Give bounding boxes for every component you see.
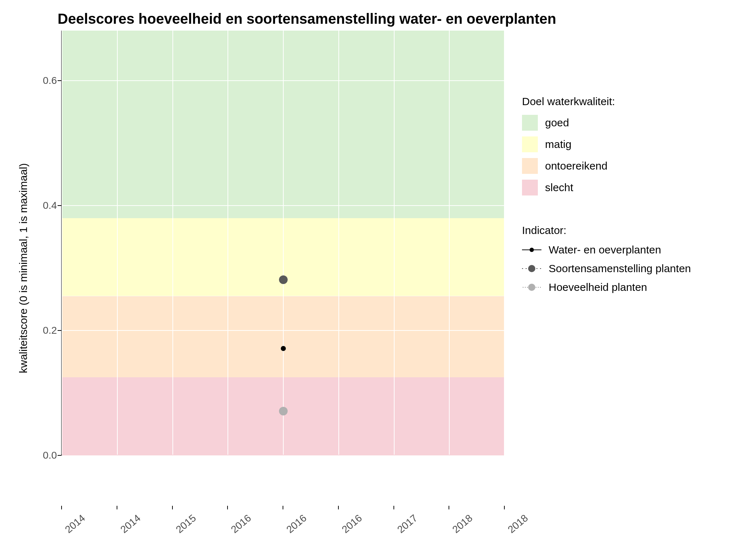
x-tick-label: 2018 xyxy=(506,512,530,536)
legend-label: ontoereikend xyxy=(545,160,607,172)
chart-container: Deelscores hoeveelheid en soortensamenst… xyxy=(0,0,756,540)
legend-item-slecht: slecht xyxy=(522,180,734,195)
data-point xyxy=(279,275,288,284)
legend-label: goed xyxy=(545,117,569,129)
data-point xyxy=(281,346,286,351)
legend-series-label: Hoeveelheid planten xyxy=(549,281,647,293)
x-tick-mark xyxy=(283,506,283,509)
series-key-icon xyxy=(522,263,541,274)
gridline-v xyxy=(504,31,505,455)
legend-label: slecht xyxy=(545,181,573,194)
y-tick-mark xyxy=(58,80,61,81)
legend: Doel waterkwaliteit: goed matig ontoerei… xyxy=(504,31,734,506)
x-tick-mark xyxy=(117,506,117,509)
gridline-v xyxy=(338,31,339,455)
gridline-v xyxy=(228,31,228,455)
x-tick-label: 2016 xyxy=(284,512,309,536)
y-tick-mark xyxy=(58,330,61,331)
x-tick-mark xyxy=(61,506,62,509)
data-point xyxy=(279,407,288,415)
legend-indicator-title: Indicator: xyxy=(522,224,734,237)
x-tick-label: 2018 xyxy=(450,512,475,536)
legend-item-matig: matig xyxy=(522,136,734,152)
x-tick-label: 2016 xyxy=(229,512,253,536)
gridline-v xyxy=(449,31,450,455)
x-tick-label: 2014 xyxy=(118,512,143,536)
x-tick-label: 2014 xyxy=(63,512,87,536)
plot-area xyxy=(61,31,504,455)
y-tick-mark xyxy=(58,205,61,206)
legend-series-hoeveelheid: Hoeveelheid planten xyxy=(522,281,734,293)
legend-label: matig xyxy=(545,138,571,150)
x-tick-mark xyxy=(449,506,449,509)
gridline-v xyxy=(394,31,395,455)
y-tick-mark xyxy=(58,455,61,456)
legend-swatch-matig xyxy=(522,136,538,152)
x-tick-label: 2016 xyxy=(339,512,364,536)
y-tick-label: 0.6 xyxy=(43,75,57,86)
series-key-icon xyxy=(522,282,541,293)
legend-series-label: Water- en oeverplanten xyxy=(549,244,661,256)
x-tick-mark xyxy=(227,506,228,509)
x-tick-mark xyxy=(338,506,339,509)
x-tick-mark xyxy=(504,506,505,509)
y-tick-label: 0.0 xyxy=(43,450,57,461)
y-axis-title-wrap: kwaliteitscore (0 is minimaal, 1 is maxi… xyxy=(14,31,32,506)
x-tick-label: 2015 xyxy=(174,512,198,536)
gridline-v xyxy=(172,31,173,455)
y-axis-title: kwaliteitscore (0 is minimaal, 1 is maxi… xyxy=(17,163,30,373)
gridline-v xyxy=(283,31,284,455)
x-axis-ticks: 201420142015201620162016201720182018 xyxy=(61,506,504,540)
legend-swatch-goed xyxy=(522,115,538,131)
legend-item-goed: goed xyxy=(522,115,734,131)
legend-series-label: Soortensamenstelling planten xyxy=(549,262,691,275)
gridline-v xyxy=(62,31,62,455)
legend-quality-title: Doel waterkwaliteit: xyxy=(522,95,734,108)
x-tick-mark xyxy=(393,506,394,509)
y-tick-label: 0.4 xyxy=(43,200,57,211)
legend-quality-items: goed matig ontoereikend slecht xyxy=(522,115,734,195)
y-axis-ticks: 0.00.20.40.6 xyxy=(32,31,61,455)
gridline-v xyxy=(117,31,118,455)
y-tick-label: 0.2 xyxy=(43,325,57,336)
legend-series-soorten: Soortensamenstelling planten xyxy=(522,262,734,275)
legend-swatch-slecht xyxy=(522,180,538,195)
x-tick-label: 2017 xyxy=(395,512,419,536)
chart-title: Deelscores hoeveelheid en soortensamenst… xyxy=(58,11,742,27)
legend-item-ontoereikend: ontoereikend xyxy=(522,158,734,174)
plot-row: kwaliteitscore (0 is minimaal, 1 is maxi… xyxy=(14,31,742,506)
legend-indicator-items: Water- en oeverplanten Soortensamenstell… xyxy=(522,244,734,293)
series-key-icon xyxy=(522,244,541,255)
legend-series-water-oever: Water- en oeverplanten xyxy=(522,244,734,256)
legend-swatch-ontoereikend xyxy=(522,158,538,174)
x-tick-mark xyxy=(172,506,173,509)
